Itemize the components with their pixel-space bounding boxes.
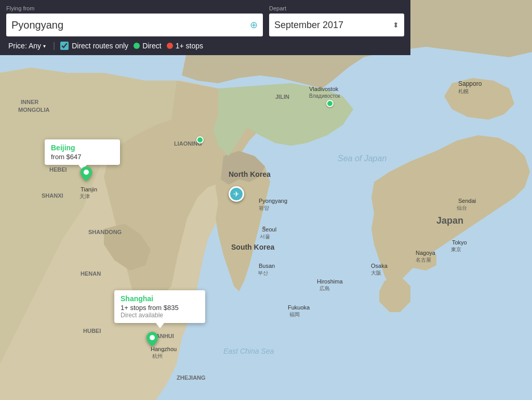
direct-dot-icon xyxy=(134,43,140,49)
shenyang-marker[interactable] xyxy=(196,136,204,144)
svg-text:JILIN: JILIN xyxy=(275,94,289,100)
svg-text:広島: 広島 xyxy=(320,286,330,291)
svg-text:Vladivostok: Vladivostok xyxy=(309,86,339,92)
svg-text:평양: 평양 xyxy=(259,205,269,211)
pyongyang-marker: ✈ xyxy=(229,186,244,202)
svg-text:SHANXI: SHANXI xyxy=(42,192,63,199)
svg-text:SHANDONG: SHANDONG xyxy=(88,229,122,235)
svg-text:Busan: Busan xyxy=(259,263,275,269)
direct-routes-toggle[interactable]: Direct routes only xyxy=(60,42,128,50)
svg-text:Hiroshima: Hiroshima xyxy=(317,278,343,285)
map-container: Sea of Japan Yellow Sea East China Sea I… xyxy=(0,0,532,400)
svg-text:East China Sea: East China Sea xyxy=(223,347,274,355)
svg-text:Fukuoka: Fukuoka xyxy=(288,304,310,311)
shanghai-teardrop[interactable] xyxy=(147,332,158,349)
svg-text:HUBEI: HUBEI xyxy=(83,328,101,334)
svg-text:大阪: 大阪 xyxy=(371,270,381,276)
depart-select[interactable]: September 2017 August 2017 October 2017 … xyxy=(269,14,404,36)
svg-text:INNER: INNER xyxy=(21,99,38,105)
svg-text:부산: 부산 xyxy=(258,270,268,276)
svg-text:福岡: 福岡 xyxy=(289,312,300,317)
svg-text:South Korea: South Korea xyxy=(231,243,274,251)
legend-stops: 1+ stops xyxy=(167,42,203,50)
beijing-city-name: Beijing xyxy=(51,144,114,152)
svg-text:서울: 서울 xyxy=(260,234,270,239)
vladivostok-marker[interactable] xyxy=(326,100,334,107)
shanghai-direct: Direct available xyxy=(121,312,199,319)
map-background: Sea of Japan Yellow Sea East China Sea I… xyxy=(0,0,532,400)
legend-direct: Direct xyxy=(134,42,162,50)
direct-routes-text: Direct routes only xyxy=(72,42,128,50)
top-bar: Flying from ⊕ Depart September 2017 Augu… xyxy=(0,0,410,55)
filter-row: Price: Any ▾ | Direct routes only Direct… xyxy=(6,41,404,51)
flying-from-group: Flying from ⊕ xyxy=(6,5,263,36)
svg-text:名古屋: 名古屋 xyxy=(416,257,431,263)
svg-text:Владивосток: Владивосток xyxy=(309,93,340,99)
price-dropdown-icon: ▾ xyxy=(43,43,46,49)
origin-icon: ✈ xyxy=(229,186,244,202)
flying-from-wrapper: ⊕ xyxy=(6,14,263,36)
svg-text:Sapporo: Sapporo xyxy=(458,80,482,87)
flying-from-label: Flying from xyxy=(6,5,263,11)
svg-text:杭州: 杭州 xyxy=(152,353,163,359)
svg-text:Japan: Japan xyxy=(436,215,463,226)
svg-text:札幌: 札幌 xyxy=(458,88,469,94)
svg-point-44 xyxy=(262,226,265,229)
shanghai-popup[interactable]: Shanghai 1+ stops from $835 Direct avail… xyxy=(114,290,205,323)
price-filter-button[interactable]: Price: Any ▾ xyxy=(6,41,48,51)
svg-point-46 xyxy=(150,335,155,340)
depart-wrapper: September 2017 August 2017 October 2017 … xyxy=(269,14,404,36)
svg-text:Tokyo: Tokyo xyxy=(452,239,467,246)
beijing-popup[interactable]: Beijing from $647 xyxy=(45,139,120,165)
svg-text:Tianjin: Tianjin xyxy=(81,186,97,192)
svg-text:Nagoya: Nagoya xyxy=(416,250,436,256)
svg-text:Sea of Japan: Sea of Japan xyxy=(338,154,387,163)
svg-text:天津: 天津 xyxy=(79,193,90,199)
shanghai-price: 1+ stops from $835 xyxy=(121,304,199,312)
legend-stops-text: 1+ stops xyxy=(176,42,203,50)
direct-routes-checkbox[interactable] xyxy=(60,42,69,50)
shanghai-city-name: Shanghai xyxy=(121,294,199,303)
svg-text:HEBEI: HEBEI xyxy=(49,166,67,173)
depart-group: Depart September 2017 August 2017 Octobe… xyxy=(269,5,404,36)
svg-point-45 xyxy=(84,170,89,175)
svg-text:Sendai: Sendai xyxy=(458,198,476,204)
filter-divider: | xyxy=(53,41,55,50)
depart-label: Depart xyxy=(269,5,404,11)
svg-text:仙台: 仙台 xyxy=(457,205,467,211)
legend-direct-text: Direct xyxy=(142,42,162,50)
svg-text:Pyongyang: Pyongyang xyxy=(259,198,287,204)
price-label: Price: Any xyxy=(8,42,41,50)
stops-dot-icon xyxy=(167,43,173,49)
flying-from-input[interactable] xyxy=(6,14,263,36)
location-icon: ⊕ xyxy=(250,19,258,31)
svg-text:MONGOLIA: MONGOLIA xyxy=(18,107,50,113)
svg-text:HENAN: HENAN xyxy=(81,270,101,277)
svg-text:Osaka: Osaka xyxy=(371,263,388,269)
beijing-teardrop[interactable] xyxy=(81,166,92,183)
svg-text:ANHUI: ANHUI xyxy=(156,333,174,339)
svg-text:東京: 東京 xyxy=(451,247,461,252)
svg-text:North Korea: North Korea xyxy=(229,170,271,178)
beijing-price: from $647 xyxy=(51,153,114,161)
svg-text:ZHEJIANG: ZHEJIANG xyxy=(177,375,206,381)
